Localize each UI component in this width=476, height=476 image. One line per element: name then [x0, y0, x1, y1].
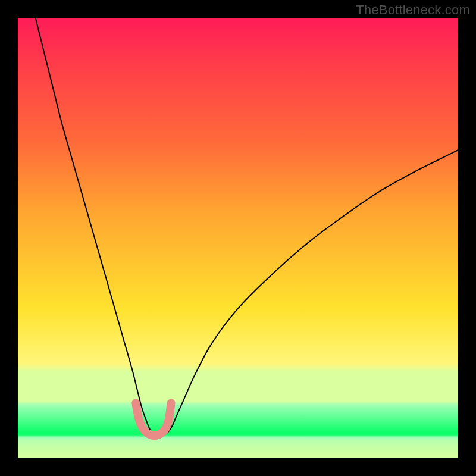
series-left-curve	[36, 18, 164, 439]
curves-svg	[18, 18, 458, 458]
series-salmon-well	[136, 403, 171, 436]
plot-area	[18, 18, 458, 458]
series-right-curve	[163, 150, 458, 436]
watermark-text: TheBottleneck.com	[356, 2, 470, 18]
chart-frame: TheBottleneck.com	[0, 0, 476, 476]
